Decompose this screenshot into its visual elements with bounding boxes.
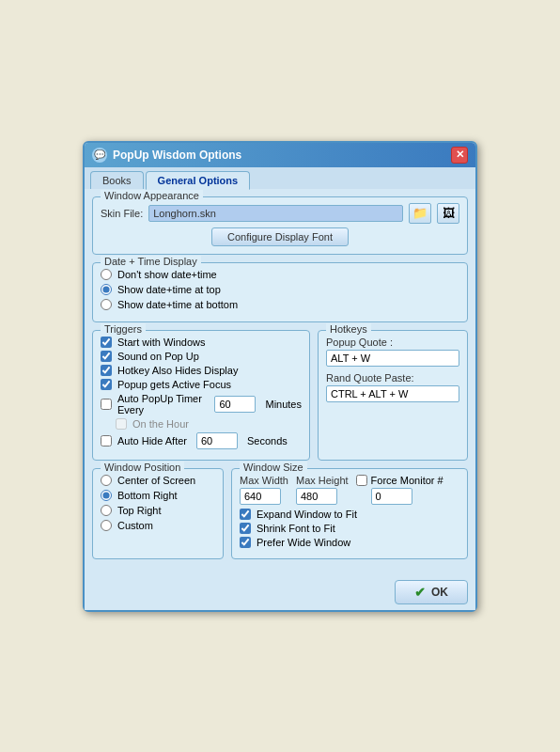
on-hour-label: On the Hour xyxy=(132,418,189,430)
app-icon: 💬 xyxy=(92,148,107,163)
auto-popup-label: Auto PopUp Timer Every xyxy=(117,393,205,415)
on-hour-row: On the Hour xyxy=(116,418,302,430)
force-monitor-input[interactable] xyxy=(371,488,412,505)
auto-hide-label: Auto Hide After xyxy=(117,435,187,446)
force-monitor-checkbox[interactable] xyxy=(356,475,367,486)
size-checkbox-2[interactable] xyxy=(240,537,251,548)
trigger-checkbox-2[interactable] xyxy=(101,365,112,376)
skin-file-input[interactable] xyxy=(148,205,403,222)
rand-quote-label: Rand Quote Paste: xyxy=(326,372,459,384)
pos-option-label-1: Bottom Right xyxy=(117,490,178,501)
footer: ✔ OK xyxy=(85,574,475,610)
trigger-checkbox-1[interactable] xyxy=(101,351,112,362)
force-monitor-col: Force Monitor # xyxy=(356,475,443,505)
trigger-check-1: Sound on Pop Up xyxy=(101,351,302,362)
trigger-checkbox-label-0: Start with Windows xyxy=(117,337,206,348)
skin-file-row: Skin File: 📁 🖼 xyxy=(101,203,459,224)
max-height-col: Max Height xyxy=(296,475,349,505)
date-time-option-label-0: Don't show date+time xyxy=(117,269,217,280)
pos-option-label-3: Custom xyxy=(117,520,153,531)
trigger-checkbox-0[interactable] xyxy=(101,337,112,348)
size-check-2: Prefer Wide Window xyxy=(240,537,459,548)
auto-popup-row: Auto PopUp Timer Every Minutes xyxy=(101,393,302,415)
configure-font-row: Configure Display Font xyxy=(101,227,459,246)
position-size-row: Window Position Center of Screen Bottom … xyxy=(92,468,468,567)
date-time-radio-2[interactable] xyxy=(101,299,112,310)
size-inputs-row: Max Width Max Height Force Monitor # xyxy=(240,475,459,505)
max-width-input[interactable] xyxy=(240,488,281,505)
auto-hide-row: Auto Hide After Seconds xyxy=(101,432,302,449)
trigger-check-3: Popup gets Active Focus xyxy=(101,379,302,390)
folder-icon-button[interactable]: 📁 xyxy=(409,203,431,224)
date-time-option-label-2: Show date+time at bottom xyxy=(117,299,238,310)
trigger-checkbox-3[interactable] xyxy=(101,379,112,390)
size-checkbox-label-2: Prefer Wide Window xyxy=(257,537,350,548)
pos-option-2: Top Right xyxy=(101,505,215,516)
auto-hide-unit: Seconds xyxy=(247,435,288,446)
window-size-group: Window Size Max Width Max Height Force M… xyxy=(231,468,468,559)
pos-option-3: Custom xyxy=(101,520,215,531)
size-check-0: Expand Window to Fit xyxy=(240,509,459,520)
size-checkbox-label-0: Expand Window to Fit xyxy=(257,509,357,520)
pos-radio-2[interactable] xyxy=(101,505,112,516)
auto-popup-checkbox[interactable] xyxy=(101,399,112,410)
max-width-col: Max Width xyxy=(240,475,288,505)
trigger-checkbox-label-1: Sound on Pop Up xyxy=(117,351,199,362)
tab-general-options[interactable]: General Options xyxy=(146,171,251,190)
auto-hide-checkbox[interactable] xyxy=(101,435,112,446)
tab-books[interactable]: Books xyxy=(90,171,144,189)
size-checkbox-1[interactable] xyxy=(240,523,251,534)
skin-file-label: Skin File: xyxy=(101,208,143,219)
date-time-option-label-1: Show date+time at top xyxy=(117,284,221,295)
hotkeys-group: Hotkeys Popup Quote : Rand Quote Paste: xyxy=(318,330,468,461)
on-hour-checkbox[interactable] xyxy=(116,418,127,430)
auto-hide-input[interactable] xyxy=(196,432,238,449)
popup-quote-input[interactable] xyxy=(326,350,459,367)
title-bar-left: 💬 PopUp Wisdom Options xyxy=(92,148,241,163)
auto-popup-unit: Minutes xyxy=(265,399,302,410)
size-checkbox-0[interactable] xyxy=(240,509,251,520)
window-position-group: Window Position Center of Screen Bottom … xyxy=(92,468,224,559)
trigger-check-0: Start with Windows xyxy=(101,337,302,348)
window-appearance-group: Window Appearance Skin File: 📁 🖼 Configu… xyxy=(92,196,468,255)
pos-radio-3[interactable] xyxy=(101,520,112,531)
date-time-option-2: Show date+time at bottom xyxy=(101,299,459,310)
auto-popup-input[interactable] xyxy=(214,396,256,413)
triggers-label: Triggers xyxy=(101,323,146,335)
pos-option-label-0: Center of Screen xyxy=(117,475,195,486)
close-button[interactable]: ✕ xyxy=(451,147,468,164)
ok-check-icon: ✔ xyxy=(414,585,426,600)
configure-font-button[interactable]: Configure Display Font xyxy=(211,227,349,246)
date-time-label: Date + Time Display xyxy=(101,256,201,267)
date-time-group: Date + Time Display Don't show date+time… xyxy=(92,262,468,322)
force-monitor-label: Force Monitor # xyxy=(371,475,443,486)
settings-icon-button[interactable]: 🖼 xyxy=(437,203,459,224)
pos-option-0: Center of Screen xyxy=(101,475,215,486)
date-time-radio-0[interactable] xyxy=(101,269,112,280)
main-window: 💬 PopUp Wisdom Options ✕ Books General O… xyxy=(83,141,477,612)
force-monitor-group: Force Monitor # xyxy=(371,475,443,505)
trigger-checkbox-label-2: Hotkey Also Hides Display xyxy=(117,365,238,376)
ok-label: OK xyxy=(431,586,448,599)
triggers-group: Triggers Start with Windows Sound on Pop… xyxy=(92,330,310,461)
pos-radio-1[interactable] xyxy=(101,490,112,501)
trigger-checkbox-label-3: Popup gets Active Focus xyxy=(117,379,231,390)
pos-radio-0[interactable] xyxy=(101,475,112,486)
rand-quote-input[interactable] xyxy=(326,385,459,402)
popup-quote-label: Popup Quote : xyxy=(326,337,459,348)
title-bar: 💬 PopUp Wisdom Options ✕ xyxy=(85,143,475,167)
pos-option-label-2: Top Right xyxy=(117,505,161,516)
max-width-label: Max Width xyxy=(240,475,288,486)
size-checkbox-label-1: Shrink Font to Fit xyxy=(257,523,335,534)
tab-content: Window Appearance Skin File: 📁 🖼 Configu… xyxy=(85,189,475,574)
max-height-input[interactable] xyxy=(296,488,337,505)
window-position-label: Window Position xyxy=(101,462,184,473)
size-check-1: Shrink Font to Fit xyxy=(240,523,459,534)
trigger-check-2: Hotkey Also Hides Display xyxy=(101,365,302,376)
window-title: PopUp Wisdom Options xyxy=(113,149,241,162)
triggers-hotkeys-row: Triggers Start with Windows Sound on Pop… xyxy=(92,330,468,468)
max-height-label: Max Height xyxy=(296,475,349,486)
ok-button[interactable]: ✔ OK xyxy=(395,580,468,604)
date-time-radio-1[interactable] xyxy=(101,284,112,295)
window-appearance-label: Window Appearance xyxy=(101,190,203,201)
